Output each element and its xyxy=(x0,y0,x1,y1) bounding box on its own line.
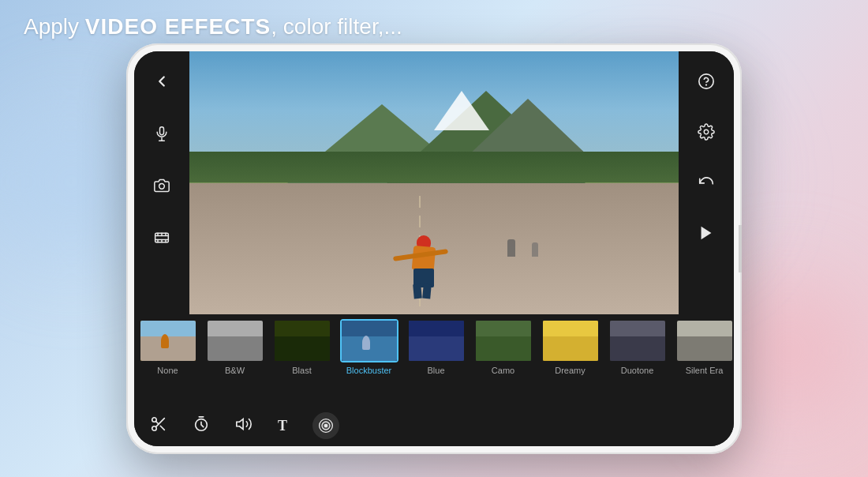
filter-camo-label: Camo xyxy=(492,366,514,375)
filter-camo-preview xyxy=(476,321,531,361)
filter-blockbuster[interactable]: Blockbuster xyxy=(335,319,402,375)
effects-button[interactable] xyxy=(312,412,339,439)
filter-bw-label: B&W xyxy=(225,366,245,375)
filter-blue-label: Blue xyxy=(427,366,444,375)
svg-marker-16 xyxy=(702,227,712,240)
header-plain-text: Apply xyxy=(24,14,85,39)
bg-figure-2 xyxy=(532,242,538,257)
filter-blue-preview xyxy=(409,321,464,361)
svg-line-21 xyxy=(155,421,159,424)
filter-duotone-preview xyxy=(610,321,665,361)
filter-none[interactable]: None xyxy=(134,319,201,375)
snow-cap xyxy=(434,91,489,130)
header-suffix-text: , color filter,... xyxy=(271,14,402,39)
bg-figure-1 xyxy=(507,239,515,257)
filter-blockbuster-preview xyxy=(342,321,397,361)
video-frame xyxy=(189,51,679,314)
header-bold-text: VIDEO EFFECTS xyxy=(85,14,271,39)
filter-blue-thumb xyxy=(407,319,466,362)
svg-point-3 xyxy=(159,184,165,190)
filter-blast[interactable]: Blast xyxy=(268,319,335,375)
phone-device: None B&W xyxy=(126,43,742,454)
svg-point-27 xyxy=(324,424,327,426)
filter-blue[interactable]: Blue xyxy=(402,319,470,375)
phone-screen: None B&W xyxy=(134,51,734,446)
svg-point-15 xyxy=(704,130,709,134)
scissors-button[interactable] xyxy=(150,415,167,437)
filter-bw-preview xyxy=(208,321,263,361)
text-button[interactable]: T xyxy=(278,418,287,434)
body xyxy=(412,246,436,271)
filter-bw[interactable]: B&W xyxy=(201,319,268,375)
filter-none-preview xyxy=(140,321,196,361)
filter-strip: None B&W xyxy=(134,314,734,405)
filter-blast-preview xyxy=(275,321,330,361)
svg-line-20 xyxy=(160,426,164,430)
video-area xyxy=(134,51,734,314)
page-header: Apply VIDEO EFFECTS, color filter,... xyxy=(24,14,402,39)
filter-silent-era-label: Silent Era xyxy=(686,366,724,375)
right-toolbar xyxy=(679,51,734,314)
filter-none-label: None xyxy=(157,366,178,375)
filter-blast-thumb xyxy=(273,319,331,362)
filter-dreamy-thumb xyxy=(541,319,600,362)
video-preview xyxy=(189,51,679,314)
filter-silent-era-preview xyxy=(677,321,732,361)
filter-blockbuster-label: Blockbuster xyxy=(346,366,391,375)
filter-dreamy[interactable]: Dreamy xyxy=(537,319,604,375)
audio-button[interactable] xyxy=(235,415,253,437)
filter-blockbuster-thumb xyxy=(340,319,398,362)
filter-duotone-label: Duotone xyxy=(621,366,654,375)
filter-duotone[interactable]: Duotone xyxy=(604,319,671,375)
filter-camo-thumb xyxy=(474,319,533,362)
filter-blast-label: Blast xyxy=(292,366,311,375)
timer-button[interactable] xyxy=(193,415,210,437)
svg-rect-0 xyxy=(160,127,164,135)
filter-camo[interactable]: Camo xyxy=(470,319,537,375)
settings-button[interactable] xyxy=(692,118,720,146)
leg-left xyxy=(413,284,422,299)
help-button[interactable] xyxy=(692,67,720,96)
filter-duotone-thumb xyxy=(608,319,667,362)
camera-button[interactable] xyxy=(148,171,176,200)
filter-silent-era-thumb xyxy=(675,319,734,362)
bottom-toolbar: T xyxy=(134,405,734,446)
svg-point-13 xyxy=(699,74,713,88)
filter-bw-thumb xyxy=(206,319,264,362)
phone-side-button[interactable] xyxy=(739,225,742,272)
filter-none-thumb xyxy=(139,319,197,362)
undo-button[interactable] xyxy=(692,168,720,197)
filter-dreamy-preview xyxy=(543,321,598,361)
back-button[interactable] xyxy=(148,67,176,96)
play-button[interactable] xyxy=(692,219,720,247)
filter-silent-era[interactable]: Silent Era xyxy=(671,319,734,375)
film-button[interactable] xyxy=(148,223,176,252)
left-toolbar xyxy=(134,51,189,314)
svg-marker-24 xyxy=(237,419,243,429)
leg-right xyxy=(422,284,432,299)
mic-button[interactable] xyxy=(148,119,176,148)
filter-dreamy-label: Dreamy xyxy=(555,366,586,375)
